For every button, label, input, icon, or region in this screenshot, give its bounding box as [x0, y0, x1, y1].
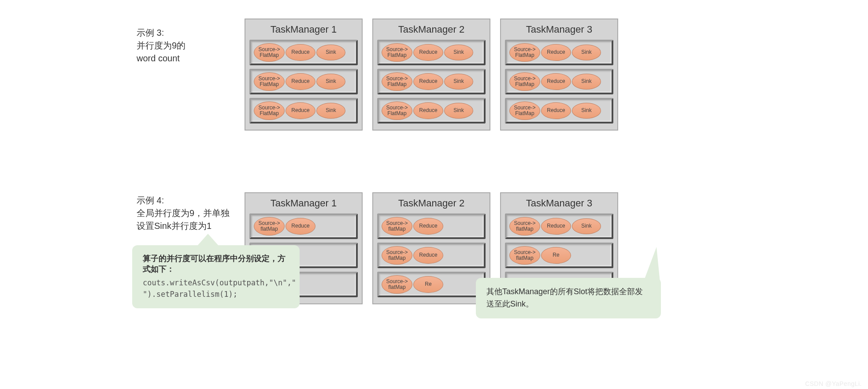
- reduce-op: Reduce: [286, 218, 315, 235]
- slot: Source-> flatMapReduceSink: [505, 213, 613, 239]
- slot: Source-> FlatMapReduceSink: [249, 98, 358, 123]
- slot: Source-> flatMapRe: [377, 272, 486, 297]
- slot: Source-> flatMapReduce: [377, 243, 486, 268]
- source-flatmap-op: Source-> FlatMap: [382, 72, 412, 91]
- reduce-op: Reduce: [413, 218, 443, 235]
- source-flatmap-op: Source-> flatMap: [254, 217, 285, 236]
- source-flatmap-op: Source-> flatMap: [382, 217, 412, 236]
- source-flatmap-op: Source-> FlatMap: [254, 72, 285, 91]
- callout-1-code: couts.writeAsCsv(outputpath,"\n"," ").se…: [143, 277, 289, 300]
- reduce-op: Reduce: [413, 73, 443, 90]
- reduce-op: Reduce: [413, 247, 443, 264]
- callout-1-title: 算子的并行度可以在程序中分别设定，方式如下：: [143, 253, 289, 274]
- example-3-row: TaskManager 1Source-> FlatMapReduceSinkS…: [245, 19, 618, 131]
- reduce-op: Reduce: [541, 73, 571, 90]
- slot: Source-> FlatMapReduceSink: [249, 69, 358, 94]
- sink-op: Sink: [444, 74, 473, 90]
- callout-parallelism-code: 算子的并行度可以在程序中分别设定，方式如下： couts.writeAsCsv(…: [132, 245, 300, 308]
- source-flatmap-op: Source-> FlatMap: [509, 72, 540, 91]
- callout-sink-note: 其他TaskManager的所有Slot将把数据全部发送至此Sink。: [476, 278, 661, 318]
- example-3-label: 示例 3: 并行度为9的 word count: [137, 26, 185, 65]
- slot: Source-> FlatMapReduceSink: [505, 40, 613, 65]
- slot: Source-> flatMapRe: [505, 243, 613, 268]
- reduce-op: Reduce: [541, 218, 571, 235]
- reduce-op: Reduce: [286, 44, 315, 61]
- source-flatmap-op: Source-> FlatMap: [254, 101, 285, 120]
- task-manager-title: TaskManager 1: [271, 19, 337, 38]
- sink-op: Sink: [444, 103, 473, 119]
- example-4-label: 示例 4: 全局并行度为9，并单独 设置Sink并行度为1: [137, 194, 230, 232]
- slot: Source-> flatMapReduce: [377, 213, 486, 239]
- sink-op: Sink: [572, 103, 601, 119]
- source-flatmap-op: Source-> flatMap: [509, 217, 540, 236]
- source-flatmap-op: Source-> FlatMap: [382, 43, 412, 62]
- watermark: CSDN @YaPengLi.: [805, 380, 862, 387]
- source-flatmap-op: Source-> FlatMap: [509, 43, 540, 62]
- sink-op: Sink: [572, 218, 601, 234]
- slot: Source-> FlatMapReduceSink: [505, 69, 613, 94]
- slot: Source-> FlatMapReduceSink: [505, 98, 613, 123]
- task-manager-title: TaskManager 2: [398, 193, 464, 212]
- sink-op: Sink: [444, 45, 473, 60]
- reduce-op: Reduce: [286, 102, 315, 119]
- task-manager-title: TaskManager 1: [271, 193, 337, 212]
- callout-2-text: 其他TaskManager的所有Slot将把数据全部发送至此Sink。: [486, 287, 643, 308]
- task-manager: TaskManager 2Source-> FlatMapReduceSinkS…: [372, 19, 490, 131]
- sink-op: Sink: [572, 45, 601, 60]
- slot: Source-> FlatMapReduceSink: [377, 69, 486, 94]
- reduce-op: Reduce: [541, 44, 571, 61]
- slot: Source-> FlatMapReduceSink: [377, 40, 486, 65]
- reduce-op: Re: [541, 247, 571, 264]
- sink-op: Sink: [316, 74, 345, 90]
- reduce-op: Re: [413, 276, 443, 293]
- task-manager: TaskManager 2Source-> flatMapReduceSourc…: [372, 192, 490, 304]
- slot: Source-> FlatMapReduceSink: [377, 98, 486, 123]
- source-flatmap-op: Source-> flatMap: [382, 275, 412, 294]
- reduce-op: Reduce: [413, 44, 443, 61]
- task-manager-title: TaskManager 2: [398, 19, 464, 38]
- sink-op: Sink: [572, 74, 601, 90]
- task-manager: TaskManager 3Source-> FlatMapReduceSinkS…: [500, 19, 618, 131]
- callout-2-arrow: [643, 247, 660, 282]
- label-text: 示例 4: 全局并行度为9，并单独 设置Sink并行度为1: [137, 195, 230, 231]
- sink-op: Sink: [316, 103, 345, 119]
- source-flatmap-op: Source-> flatMap: [382, 246, 412, 265]
- source-flatmap-op: Source-> FlatMap: [382, 101, 412, 120]
- source-flatmap-op: Source-> FlatMap: [254, 43, 285, 62]
- reduce-op: Reduce: [541, 102, 571, 119]
- task-manager-title: TaskManager 3: [526, 19, 592, 38]
- reduce-op: Reduce: [286, 73, 315, 90]
- sink-op: Sink: [316, 45, 345, 60]
- task-manager: TaskManager 1Source-> FlatMapReduceSinkS…: [245, 19, 363, 131]
- slot: Source-> flatMapReduce: [249, 213, 358, 239]
- task-manager-title: TaskManager 3: [526, 193, 592, 212]
- source-flatmap-op: Source-> FlatMap: [509, 101, 540, 120]
- source-flatmap-op: Source-> flatMap: [509, 246, 540, 265]
- label-text: 示例 3: 并行度为9的 word count: [137, 28, 185, 63]
- slot: Source-> FlatMapReduceSink: [249, 40, 358, 65]
- reduce-op: Reduce: [413, 102, 443, 119]
